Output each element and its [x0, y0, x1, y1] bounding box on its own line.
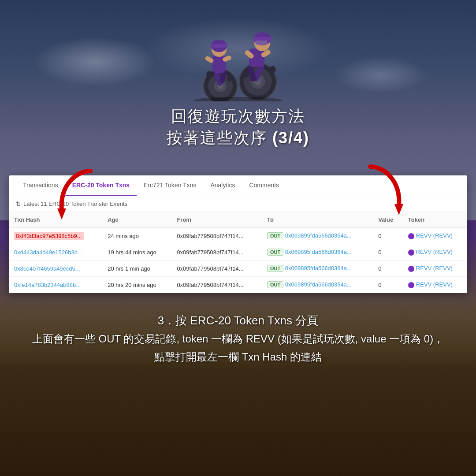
token-cell: REVV (REVV) — [403, 260, 467, 277]
token-cell: REVV (REVV) — [403, 244, 467, 260]
svg-point-29 — [194, 97, 282, 101]
token-icon — [408, 282, 414, 288]
svg-rect-9 — [211, 44, 227, 48]
tab-erc721-token-txns[interactable]: Erc721 Token Txns — [137, 175, 203, 196]
value-cell: 0 — [373, 244, 403, 260]
table-row: 0xf43d3ac97e5398c5b9...24 mins ago0x09fa… — [9, 228, 467, 244]
mechanic-svg — [176, 13, 300, 101]
txn-hash-link[interactable]: 0xfe14a783b2344ab88b... — [14, 282, 81, 288]
svg-marker-31 — [394, 204, 403, 215]
step-label: 3．按 ERC-20 Token Txns 分頁 — [32, 311, 444, 330]
col-age: Age — [102, 212, 171, 228]
txn-hash-cell: 0xfe14a783b2344ab88b... — [9, 277, 102, 293]
from-cell: 0x09fab779508bf747f14... — [171, 277, 262, 293]
table-row: 0xd443da4d49e1526b3d...19 hrs 44 mins ag… — [9, 244, 467, 260]
txn-hash-cell: 0xd443da4d49e1526b3d... — [9, 244, 102, 260]
desc-line2: 點擊打開最左一欄 Txn Hash 的連結 — [32, 348, 444, 366]
to-cell: OUT 0x069895fda566d0364a... — [262, 260, 373, 277]
txn-hash-cell: 0x8ce407f4659a49ecd5... — [9, 260, 102, 277]
to-link[interactable]: 0x069895fda566d0364a... — [283, 265, 352, 271]
token-cell: REVV (REVV) — [403, 228, 467, 244]
token-link[interactable]: REVV (REVV) — [416, 249, 453, 255]
out-badge: OUT — [267, 232, 283, 239]
age-cell: 19 hrs 44 mins ago — [102, 244, 171, 260]
desc-line1: 上面會有一些 OUT 的交易記錄, token 一欄為 REVV (如果是試玩次… — [32, 330, 444, 348]
col-from: From — [171, 212, 262, 228]
age-cell: 24 mins ago — [102, 228, 171, 244]
txn-hash-cell: 0xf43d3ac97e5398c5b9... — [9, 228, 102, 244]
out-badge: OUT — [267, 249, 283, 256]
title-line1: 回復遊玩次數方法 — [167, 106, 309, 127]
table-row: 0x8ce407f4659a49ecd5...20 hrs 1 min ago0… — [9, 260, 467, 277]
svg-point-28 — [269, 66, 276, 73]
token-cell: REVV (REVV) — [403, 277, 467, 293]
to-link[interactable]: 0x069895fda566d0364a... — [283, 281, 352, 288]
svg-point-27 — [242, 71, 249, 78]
txn-hash-link[interactable]: 0x8ce407f4659a49ecd5... — [14, 265, 80, 272]
out-badge: OUT — [267, 265, 283, 272]
token-icon — [408, 249, 414, 256]
filter-icon: ⇅ — [16, 201, 21, 207]
from-cell: 0x09fab779508bf747f14... — [171, 244, 262, 260]
to-link[interactable]: 0x069895fda566d0364a... — [283, 232, 352, 239]
value-cell: 0 — [373, 277, 403, 293]
from-cell: 0x09fab779508bf747f14... — [171, 228, 262, 244]
svg-marker-30 — [57, 208, 66, 219]
right-arrow-indicator — [357, 162, 410, 221]
svg-point-12 — [206, 71, 212, 77]
to-cell: OUT 0x069895fda566d0364a... — [262, 228, 373, 244]
col-to: To — [262, 212, 373, 228]
svg-point-13 — [227, 75, 233, 82]
title-line2: 按著這些次序 (3/4) — [167, 127, 309, 149]
age-cell: 20 hrs 20 mins ago — [102, 277, 171, 293]
token-link[interactable]: REVV (REVV) — [416, 265, 453, 271]
mechanic-illustration — [176, 9, 300, 101]
to-cell: OUT 0x069895fda566d0364a... — [262, 244, 373, 260]
to-link[interactable]: 0x069895fda566d0364a... — [283, 249, 352, 255]
token-icon — [408, 233, 414, 239]
tab-analytics[interactable]: Analytics — [203, 175, 242, 196]
left-arrow-indicator — [51, 167, 108, 226]
tab-comments[interactable]: Comments — [242, 175, 286, 196]
col-token: Token — [403, 212, 467, 228]
token-link[interactable]: REVV (REVV) — [416, 281, 453, 288]
txn-hash-link[interactable]: 0xd443da4d49e1526b3d... — [14, 249, 82, 256]
token-icon — [408, 266, 414, 272]
bottom-text-block: 3．按 ERC-20 Token Txns 分頁 上面會有一些 OUT 的交易記… — [32, 311, 444, 366]
age-cell: 20 hrs 1 min ago — [102, 260, 171, 277]
to-cell: OUT 0x069895fda566d0364a... — [262, 277, 373, 293]
value-cell: 0 — [373, 260, 403, 277]
svg-rect-24 — [255, 41, 268, 45]
out-badge: OUT — [267, 281, 283, 288]
value-cell: 0 — [373, 228, 403, 244]
token-link[interactable]: REVV (REVV) — [416, 232, 453, 239]
from-cell: 0x09fab779508bf747f14... — [171, 260, 262, 277]
txn-hash-link[interactable]: 0xf43d3ac97e5398c5b9... — [14, 232, 84, 240]
table-wrapper: Transactions ERC-20 Token Txns Erc721 To… — [9, 149, 467, 293]
table-row: 0xfe14a783b2344ab88b...20 hrs 20 mins ag… — [9, 277, 467, 293]
svg-rect-23 — [253, 37, 271, 41]
title-block: 回復遊玩次數方法 按著這些次序 (3/4) — [167, 106, 309, 149]
